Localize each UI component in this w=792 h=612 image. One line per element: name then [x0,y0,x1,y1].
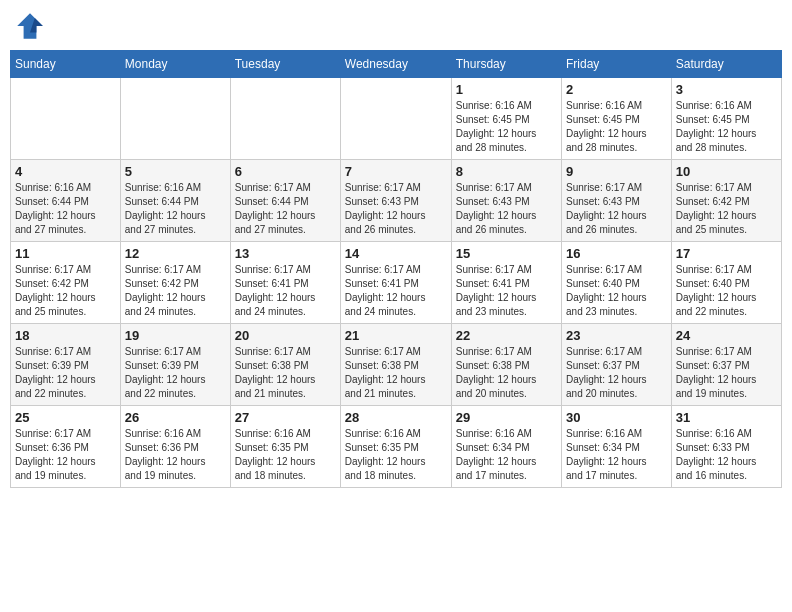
calendar-cell: 15Sunrise: 6:17 AMSunset: 6:41 PMDayligh… [451,242,561,324]
day-info: Sunrise: 6:17 AMSunset: 6:38 PMDaylight:… [235,345,336,401]
calendar-cell: 9Sunrise: 6:17 AMSunset: 6:43 PMDaylight… [562,160,672,242]
day-info: Sunrise: 6:17 AMSunset: 6:43 PMDaylight:… [566,181,667,237]
day-number: 16 [566,246,667,261]
day-number: 19 [125,328,226,343]
day-info: Sunrise: 6:17 AMSunset: 6:42 PMDaylight:… [125,263,226,319]
day-number: 22 [456,328,557,343]
calendar-cell: 26Sunrise: 6:16 AMSunset: 6:36 PMDayligh… [120,406,230,488]
calendar-cell: 10Sunrise: 6:17 AMSunset: 6:42 PMDayligh… [671,160,781,242]
day-number: 23 [566,328,667,343]
day-number: 15 [456,246,557,261]
calendar-cell: 13Sunrise: 6:17 AMSunset: 6:41 PMDayligh… [230,242,340,324]
day-info: Sunrise: 6:16 AMSunset: 6:34 PMDaylight:… [456,427,557,483]
calendar-cell: 6Sunrise: 6:17 AMSunset: 6:44 PMDaylight… [230,160,340,242]
day-number: 18 [15,328,116,343]
calendar-cell [11,78,121,160]
calendar-cell: 2Sunrise: 6:16 AMSunset: 6:45 PMDaylight… [562,78,672,160]
weekday-header-cell: Friday [562,51,672,78]
calendar-cell: 5Sunrise: 6:16 AMSunset: 6:44 PMDaylight… [120,160,230,242]
day-number: 27 [235,410,336,425]
day-number: 3 [676,82,777,97]
day-info: Sunrise: 6:17 AMSunset: 6:37 PMDaylight:… [566,345,667,401]
calendar-cell: 3Sunrise: 6:16 AMSunset: 6:45 PMDaylight… [671,78,781,160]
calendar-cell: 21Sunrise: 6:17 AMSunset: 6:38 PMDayligh… [340,324,451,406]
day-info: Sunrise: 6:17 AMSunset: 6:38 PMDaylight:… [456,345,557,401]
calendar-cell: 11Sunrise: 6:17 AMSunset: 6:42 PMDayligh… [11,242,121,324]
day-number: 30 [566,410,667,425]
calendar-cell: 25Sunrise: 6:17 AMSunset: 6:36 PMDayligh… [11,406,121,488]
calendar-cell [230,78,340,160]
day-info: Sunrise: 6:16 AMSunset: 6:34 PMDaylight:… [566,427,667,483]
page-header [10,10,782,42]
calendar-cell: 19Sunrise: 6:17 AMSunset: 6:39 PMDayligh… [120,324,230,406]
weekday-header-row: SundayMondayTuesdayWednesdayThursdayFrid… [11,51,782,78]
day-info: Sunrise: 6:17 AMSunset: 6:41 PMDaylight:… [345,263,447,319]
day-info: Sunrise: 6:16 AMSunset: 6:36 PMDaylight:… [125,427,226,483]
day-info: Sunrise: 6:17 AMSunset: 6:41 PMDaylight:… [456,263,557,319]
day-number: 7 [345,164,447,179]
calendar-week-row: 18Sunrise: 6:17 AMSunset: 6:39 PMDayligh… [11,324,782,406]
day-info: Sunrise: 6:17 AMSunset: 6:43 PMDaylight:… [345,181,447,237]
day-info: Sunrise: 6:16 AMSunset: 6:33 PMDaylight:… [676,427,777,483]
day-number: 4 [15,164,116,179]
day-info: Sunrise: 6:17 AMSunset: 6:40 PMDaylight:… [676,263,777,319]
calendar-cell: 16Sunrise: 6:17 AMSunset: 6:40 PMDayligh… [562,242,672,324]
day-number: 26 [125,410,226,425]
weekday-header-cell: Sunday [11,51,121,78]
day-info: Sunrise: 6:16 AMSunset: 6:45 PMDaylight:… [676,99,777,155]
calendar-cell: 4Sunrise: 6:16 AMSunset: 6:44 PMDaylight… [11,160,121,242]
day-info: Sunrise: 6:17 AMSunset: 6:41 PMDaylight:… [235,263,336,319]
calendar-cell: 20Sunrise: 6:17 AMSunset: 6:38 PMDayligh… [230,324,340,406]
day-info: Sunrise: 6:17 AMSunset: 6:37 PMDaylight:… [676,345,777,401]
day-info: Sunrise: 6:17 AMSunset: 6:40 PMDaylight:… [566,263,667,319]
day-info: Sunrise: 6:16 AMSunset: 6:45 PMDaylight:… [456,99,557,155]
day-number: 6 [235,164,336,179]
calendar-cell [120,78,230,160]
day-number: 12 [125,246,226,261]
day-number: 24 [676,328,777,343]
day-number: 31 [676,410,777,425]
day-number: 25 [15,410,116,425]
weekday-header-cell: Thursday [451,51,561,78]
weekday-header-cell: Tuesday [230,51,340,78]
day-info: Sunrise: 6:16 AMSunset: 6:35 PMDaylight:… [235,427,336,483]
calendar-week-row: 11Sunrise: 6:17 AMSunset: 6:42 PMDayligh… [11,242,782,324]
day-info: Sunrise: 6:16 AMSunset: 6:44 PMDaylight:… [15,181,116,237]
day-info: Sunrise: 6:16 AMSunset: 6:45 PMDaylight:… [566,99,667,155]
weekday-header-cell: Saturday [671,51,781,78]
day-number: 21 [345,328,447,343]
day-info: Sunrise: 6:16 AMSunset: 6:44 PMDaylight:… [125,181,226,237]
day-number: 17 [676,246,777,261]
day-info: Sunrise: 6:17 AMSunset: 6:38 PMDaylight:… [345,345,447,401]
calendar-week-row: 1Sunrise: 6:16 AMSunset: 6:45 PMDaylight… [11,78,782,160]
day-number: 1 [456,82,557,97]
calendar-cell: 14Sunrise: 6:17 AMSunset: 6:41 PMDayligh… [340,242,451,324]
calendar-cell: 18Sunrise: 6:17 AMSunset: 6:39 PMDayligh… [11,324,121,406]
calendar-cell: 12Sunrise: 6:17 AMSunset: 6:42 PMDayligh… [120,242,230,324]
weekday-header-cell: Monday [120,51,230,78]
day-number: 5 [125,164,226,179]
calendar-cell: 31Sunrise: 6:16 AMSunset: 6:33 PMDayligh… [671,406,781,488]
day-number: 20 [235,328,336,343]
calendar-cell: 17Sunrise: 6:17 AMSunset: 6:40 PMDayligh… [671,242,781,324]
calendar-table: SundayMondayTuesdayWednesdayThursdayFrid… [10,50,782,488]
day-info: Sunrise: 6:17 AMSunset: 6:42 PMDaylight:… [15,263,116,319]
calendar-cell [340,78,451,160]
calendar-week-row: 4Sunrise: 6:16 AMSunset: 6:44 PMDaylight… [11,160,782,242]
calendar-cell: 28Sunrise: 6:16 AMSunset: 6:35 PMDayligh… [340,406,451,488]
calendar-cell: 22Sunrise: 6:17 AMSunset: 6:38 PMDayligh… [451,324,561,406]
day-number: 14 [345,246,447,261]
calendar-cell: 7Sunrise: 6:17 AMSunset: 6:43 PMDaylight… [340,160,451,242]
calendar-cell: 29Sunrise: 6:16 AMSunset: 6:34 PMDayligh… [451,406,561,488]
logo-icon [14,10,46,42]
day-number: 9 [566,164,667,179]
day-info: Sunrise: 6:17 AMSunset: 6:39 PMDaylight:… [125,345,226,401]
weekday-header-cell: Wednesday [340,51,451,78]
day-info: Sunrise: 6:17 AMSunset: 6:44 PMDaylight:… [235,181,336,237]
day-info: Sunrise: 6:17 AMSunset: 6:36 PMDaylight:… [15,427,116,483]
calendar-cell: 8Sunrise: 6:17 AMSunset: 6:43 PMDaylight… [451,160,561,242]
day-number: 29 [456,410,557,425]
calendar-cell: 23Sunrise: 6:17 AMSunset: 6:37 PMDayligh… [562,324,672,406]
day-number: 13 [235,246,336,261]
day-number: 28 [345,410,447,425]
